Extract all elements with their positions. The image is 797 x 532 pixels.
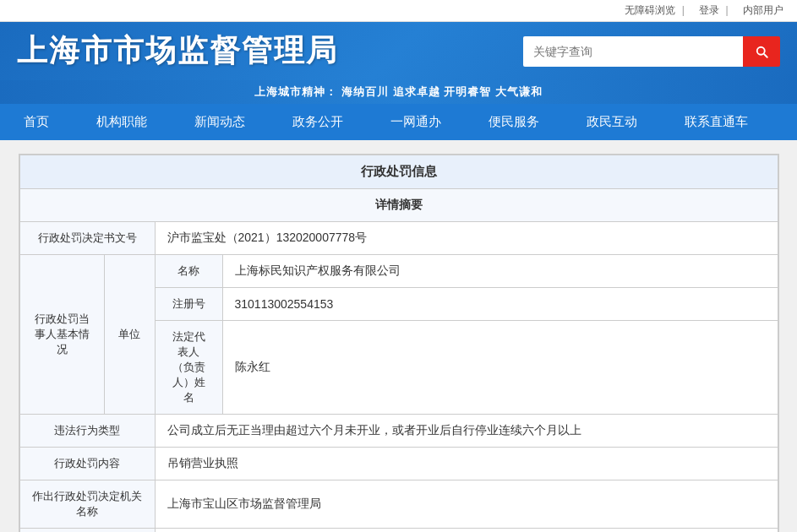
header: 上海市市场监督管理局: [0, 22, 797, 80]
penalty-content-label: 行政处罚内容: [19, 448, 155, 480]
subtitle-bar: 上海城市精神： 海纳百川 追求卓越 开明睿智 大气谦和: [0, 80, 797, 104]
penalty-content-row: 行政处罚内容 吊销营业执照: [19, 448, 778, 480]
decision-date-label: 作出行政处罚决定日期: [19, 529, 155, 533]
nav-service[interactable]: 便民服务: [465, 104, 563, 140]
nav-gov[interactable]: 政务公开: [269, 104, 367, 140]
top-bar: 无障碍浏览 | 登录 | 内部用户: [0, 0, 797, 22]
violation-type-label: 违法行为类型: [19, 415, 155, 448]
main-nav: 首页 机构职能 新闻动态 政务公开 一网通办 便民服务 政民互动 联系直通车: [0, 104, 797, 140]
company-name-value: 上海标民知识产权服务有限公司: [222, 255, 778, 288]
section-title: 行政处罚信息: [19, 155, 778, 189]
decision-date-value: 2021-02-01: [155, 529, 778, 533]
sub-title: 详情摘要: [19, 189, 778, 222]
sub-title-row: 详情摘要: [19, 189, 778, 222]
login-link[interactable]: 登录: [699, 4, 719, 16]
main-content: 行政处罚信息 详情摘要 行政处罚决定书文号 沪市监宝处（2021）1320200…: [19, 154, 779, 532]
party-group-label: 行政处罚当事人基本情况: [19, 255, 104, 415]
info-table: 行政处罚信息 详情摘要 行政处罚决定书文号 沪市监宝处（2021）1320200…: [19, 155, 778, 532]
site-title: 上海市市场监督管理局: [17, 30, 338, 72]
regno-label: 注册号: [155, 288, 222, 321]
unit-label: 单位: [104, 255, 155, 415]
nav-news[interactable]: 新闻动态: [171, 104, 269, 140]
decision-number-label: 行政处罚决定书文号: [19, 222, 155, 255]
decision-number-value: 沪市监宝处（2021）132020007778号: [155, 222, 778, 255]
violation-type-row: 违法行为类型 公司成立后无正当理由超过六个月未开业，或者开业后自行停业连续六个月…: [19, 415, 778, 448]
search-button[interactable]: [743, 36, 780, 67]
search-area: [523, 36, 780, 67]
nav-contact[interactable]: 联系直通车: [661, 104, 772, 140]
name-label: 名称: [155, 255, 222, 288]
internal-link[interactable]: 内部用户: [743, 4, 783, 16]
legal-rep-value: 陈永红: [222, 321, 778, 415]
nav-home[interactable]: 首页: [0, 104, 73, 140]
authority-name-row: 作出行政处罚决定机关名称 上海市宝山区市场监督管理局: [19, 480, 778, 529]
search-input[interactable]: [523, 36, 743, 67]
penalty-content-value: 吊销营业执照: [155, 448, 778, 480]
authority-name-label: 作出行政处罚决定机关名称: [19, 480, 155, 529]
subtitle-prefix: 上海城市精神：: [254, 85, 337, 98]
decision-date-row: 作出行政处罚决定日期 2021-02-01: [19, 529, 778, 533]
section-title-row: 行政处罚信息: [19, 155, 778, 189]
search-icon: [754, 44, 769, 59]
nav-org[interactable]: 机构职能: [73, 104, 171, 140]
accessibility-link[interactable]: 无障碍浏览: [625, 4, 675, 16]
violation-type-value: 公司成立后无正当理由超过六个月未开业，或者开业后自行停业连续六个月以上: [155, 415, 778, 448]
decision-number-row: 行政处罚决定书文号 沪市监宝处（2021）132020007778号: [19, 222, 778, 255]
party-name-row: 行政处罚当事人基本情况 单位 名称 上海标民知识产权服务有限公司: [19, 255, 778, 288]
subtitle-text: 海纳百川 追求卓越 开明睿智 大气谦和: [341, 85, 543, 98]
regno-value: 310113002554153: [222, 288, 778, 321]
legal-rep-label: 法定代表人（负责人）姓名: [155, 321, 222, 415]
authority-name-value: 上海市宝山区市场监督管理局: [155, 480, 778, 529]
nav-interact[interactable]: 政民互动: [563, 104, 661, 140]
nav-network[interactable]: 一网通办: [367, 104, 465, 140]
